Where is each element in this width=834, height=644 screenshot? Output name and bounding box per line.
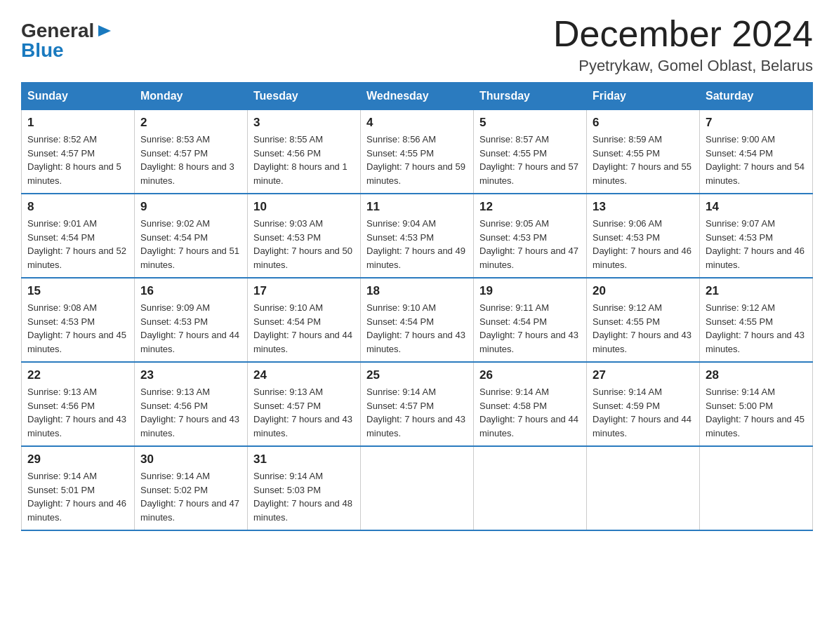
- calendar-cell: 10 Sunrise: 9:03 AM Sunset: 4:53 PM Dayl…: [248, 194, 361, 278]
- calendar-cell: 27 Sunrise: 9:14 AM Sunset: 4:59 PM Dayl…: [587, 362, 700, 446]
- calendar-cell: 31 Sunrise: 9:14 AM Sunset: 5:03 PM Dayl…: [248, 446, 361, 530]
- day-info: Sunrise: 9:10 AM Sunset: 4:54 PM Dayligh…: [253, 301, 355, 356]
- calendar-cell: 19 Sunrise: 9:11 AM Sunset: 4:54 PM Dayl…: [474, 278, 587, 362]
- day-number: 4: [366, 116, 468, 130]
- calendar-cell: 6 Sunrise: 8:59 AM Sunset: 4:55 PM Dayli…: [587, 110, 700, 194]
- day-number: 1: [27, 116, 128, 130]
- svg-marker-0: [98, 25, 111, 36]
- day-number: 26: [479, 368, 581, 382]
- day-number: 22: [27, 368, 128, 382]
- day-number: 5: [479, 116, 581, 130]
- day-info: Sunrise: 8:52 AM Sunset: 4:57 PM Dayligh…: [27, 133, 128, 187]
- day-info: Sunrise: 9:14 AM Sunset: 5:03 PM Dayligh…: [253, 469, 355, 524]
- calendar-cell: 2 Sunrise: 8:53 AM Sunset: 4:57 PM Dayli…: [135, 110, 248, 194]
- calendar-cell: 22 Sunrise: 9:13 AM Sunset: 4:56 PM Dayl…: [22, 362, 135, 446]
- logo: General Blue: [21, 21, 115, 60]
- day-info: Sunrise: 9:13 AM Sunset: 4:56 PM Dayligh…: [140, 385, 241, 440]
- day-info: Sunrise: 9:05 AM Sunset: 4:53 PM Dayligh…: [479, 217, 581, 271]
- calendar-cell: 5 Sunrise: 8:57 AM Sunset: 4:55 PM Dayli…: [474, 110, 587, 194]
- day-info: Sunrise: 8:55 AM Sunset: 4:56 PM Dayligh…: [253, 133, 355, 187]
- day-info: Sunrise: 9:14 AM Sunset: 4:58 PM Dayligh…: [479, 385, 581, 440]
- calendar-cell: 1 Sunrise: 8:52 AM Sunset: 4:57 PM Dayli…: [22, 110, 135, 194]
- calendar-cell: 17 Sunrise: 9:10 AM Sunset: 4:54 PM Dayl…: [248, 278, 361, 362]
- day-number: 13: [593, 200, 694, 214]
- day-number: 29: [27, 452, 128, 467]
- day-number: 25: [366, 368, 468, 382]
- day-info: Sunrise: 9:09 AM Sunset: 4:53 PM Dayligh…: [140, 301, 241, 356]
- day-info: Sunrise: 9:12 AM Sunset: 4:55 PM Dayligh…: [593, 301, 694, 356]
- day-info: Sunrise: 9:14 AM Sunset: 4:59 PM Dayligh…: [593, 385, 694, 440]
- calendar-cell: 28 Sunrise: 9:14 AM Sunset: 5:00 PM Dayl…: [700, 362, 813, 446]
- day-number: 31: [253, 452, 355, 467]
- day-info: Sunrise: 9:04 AM Sunset: 4:53 PM Dayligh…: [366, 217, 468, 271]
- day-info: Sunrise: 8:59 AM Sunset: 4:55 PM Dayligh…: [593, 133, 694, 187]
- calendar-cell: 9 Sunrise: 9:02 AM Sunset: 4:54 PM Dayli…: [135, 194, 248, 278]
- calendar-header-friday: Friday: [587, 83, 700, 110]
- day-info: Sunrise: 9:14 AM Sunset: 5:01 PM Dayligh…: [27, 469, 128, 524]
- day-info: Sunrise: 9:14 AM Sunset: 4:57 PM Dayligh…: [366, 385, 468, 440]
- calendar-week-row-4: 22 Sunrise: 9:13 AM Sunset: 4:56 PM Dayl…: [22, 362, 813, 446]
- day-number: 6: [593, 116, 694, 130]
- day-info: Sunrise: 9:02 AM Sunset: 4:54 PM Dayligh…: [140, 217, 241, 271]
- day-number: 7: [706, 116, 807, 130]
- day-info: Sunrise: 8:56 AM Sunset: 4:55 PM Dayligh…: [366, 133, 468, 187]
- calendar-cell: [361, 446, 474, 530]
- calendar-cell: 20 Sunrise: 9:12 AM Sunset: 4:55 PM Dayl…: [587, 278, 700, 362]
- day-number: 14: [706, 200, 807, 214]
- calendar-cell: [700, 446, 813, 530]
- calendar-header-tuesday: Tuesday: [248, 83, 361, 110]
- day-number: 19: [479, 284, 581, 298]
- day-number: 30: [140, 452, 241, 467]
- day-number: 23: [140, 368, 241, 382]
- day-number: 11: [366, 200, 468, 214]
- calendar-table: SundayMondayTuesdayWednesdayThursdayFrid…: [21, 82, 813, 531]
- page-header: General Blue December 2024 Pyetrykaw, Go…: [21, 14, 813, 75]
- calendar-week-row-3: 15 Sunrise: 9:08 AM Sunset: 4:53 PM Dayl…: [22, 278, 813, 362]
- day-number: 27: [593, 368, 694, 382]
- day-info: Sunrise: 9:10 AM Sunset: 4:54 PM Dayligh…: [366, 301, 468, 356]
- day-info: Sunrise: 9:14 AM Sunset: 5:02 PM Dayligh…: [140, 469, 241, 524]
- day-number: 17: [253, 284, 355, 298]
- calendar-cell: 14 Sunrise: 9:07 AM Sunset: 4:53 PM Dayl…: [700, 194, 813, 278]
- calendar-cell: 11 Sunrise: 9:04 AM Sunset: 4:53 PM Dayl…: [361, 194, 474, 278]
- calendar-week-row-5: 29 Sunrise: 9:14 AM Sunset: 5:01 PM Dayl…: [22, 446, 813, 530]
- day-number: 18: [366, 284, 468, 298]
- calendar-cell: [587, 446, 700, 530]
- calendar-header-thursday: Thursday: [474, 83, 587, 110]
- calendar-cell: 24 Sunrise: 9:13 AM Sunset: 4:57 PM Dayl…: [248, 362, 361, 446]
- day-info: Sunrise: 9:06 AM Sunset: 4:53 PM Dayligh…: [593, 217, 694, 271]
- day-number: 21: [706, 284, 807, 298]
- calendar-cell: [474, 446, 587, 530]
- calendar-header-row: SundayMondayTuesdayWednesdayThursdayFrid…: [22, 83, 813, 110]
- title-block: December 2024 Pyetrykaw, Gomel Oblast, B…: [553, 14, 813, 75]
- calendar-cell: 7 Sunrise: 9:00 AM Sunset: 4:54 PM Dayli…: [700, 110, 813, 194]
- calendar-cell: 26 Sunrise: 9:14 AM Sunset: 4:58 PM Dayl…: [474, 362, 587, 446]
- day-info: Sunrise: 9:14 AM Sunset: 5:00 PM Dayligh…: [706, 385, 807, 440]
- calendar-week-row-2: 8 Sunrise: 9:01 AM Sunset: 4:54 PM Dayli…: [22, 194, 813, 278]
- day-number: 24: [253, 368, 355, 382]
- calendar-cell: 30 Sunrise: 9:14 AM Sunset: 5:02 PM Dayl…: [135, 446, 248, 530]
- calendar-header-saturday: Saturday: [700, 83, 813, 110]
- calendar-cell: 18 Sunrise: 9:10 AM Sunset: 4:54 PM Dayl…: [361, 278, 474, 362]
- day-info: Sunrise: 9:13 AM Sunset: 4:56 PM Dayligh…: [27, 385, 128, 440]
- day-info: Sunrise: 8:57 AM Sunset: 4:55 PM Dayligh…: [479, 133, 581, 187]
- calendar-cell: 21 Sunrise: 9:12 AM Sunset: 4:55 PM Dayl…: [700, 278, 813, 362]
- day-info: Sunrise: 9:08 AM Sunset: 4:53 PM Dayligh…: [27, 301, 128, 356]
- calendar-cell: 15 Sunrise: 9:08 AM Sunset: 4:53 PM Dayl…: [22, 278, 135, 362]
- day-number: 28: [706, 368, 807, 382]
- day-number: 16: [140, 284, 241, 298]
- calendar-cell: 4 Sunrise: 8:56 AM Sunset: 4:55 PM Dayli…: [361, 110, 474, 194]
- logo-blue: Blue: [21, 39, 64, 61]
- day-info: Sunrise: 9:13 AM Sunset: 4:57 PM Dayligh…: [253, 385, 355, 440]
- day-info: Sunrise: 9:12 AM Sunset: 4:55 PM Dayligh…: [706, 301, 807, 356]
- calendar-cell: 8 Sunrise: 9:01 AM Sunset: 4:54 PM Dayli…: [22, 194, 135, 278]
- day-number: 8: [27, 200, 128, 214]
- day-info: Sunrise: 9:01 AM Sunset: 4:54 PM Dayligh…: [27, 217, 128, 271]
- month-year-title: December 2024: [553, 14, 813, 54]
- calendar-cell: 16 Sunrise: 9:09 AM Sunset: 4:53 PM Dayl…: [135, 278, 248, 362]
- calendar-cell: 29 Sunrise: 9:14 AM Sunset: 5:01 PM Dayl…: [22, 446, 135, 530]
- logo-arrow-icon: [95, 21, 115, 41]
- logo-general: General: [21, 21, 94, 41]
- day-info: Sunrise: 9:07 AM Sunset: 4:53 PM Dayligh…: [706, 217, 807, 271]
- day-number: 2: [140, 116, 241, 130]
